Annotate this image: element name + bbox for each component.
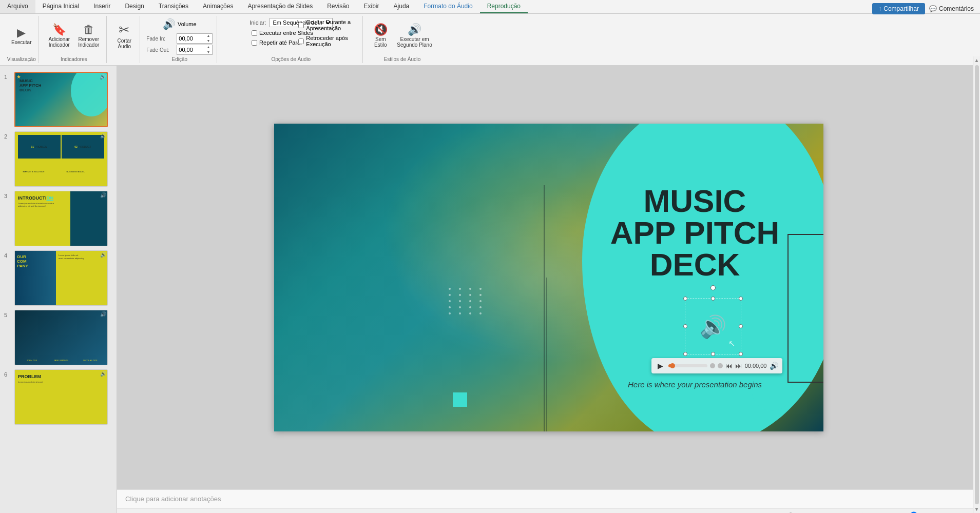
tab-inserir[interactable]: Inserir: [86, 0, 118, 13]
slide-img-4[interactable]: OURCOMPANY Lorem ipsum dolor sitamet con…: [14, 250, 108, 306]
progress-track[interactable]: [668, 364, 707, 367]
fade-in-up[interactable]: ▲: [206, 33, 210, 38]
handle-br[interactable]: [739, 352, 743, 356]
handle-bm[interactable]: [711, 352, 715, 356]
presenter-view-icon[interactable]: 🖥: [874, 511, 881, 514]
adicionar-indicador-icon: 🔖: [52, 23, 66, 36]
ribbon-group-indicadores: 🔖 AdicionarIndicador 🗑 RemoverIndicador …: [41, 16, 107, 63]
main-layout: 1 ★ MUSICAPP PITCHDECK 🔊 2 01 PROBLEM: [0, 66, 980, 513]
checkbox-retroceder[interactable]: Retroceder após Execução: [296, 34, 362, 48]
fade-out-field[interactable]: 00,00 ▲ ▼: [177, 45, 213, 55]
ribbon-group-cortar: ✂ CortarÁudio: [109, 16, 140, 63]
teal-blob-small: [752, 370, 793, 411]
remover-indicador-button[interactable]: 🗑 RemoverIndicador: [75, 21, 102, 50]
slide-corner-icon-6: 🔊: [100, 371, 106, 377]
adicionar-indicador-button[interactable]: 🔖 AdicionarIndicador: [45, 21, 73, 50]
cursor-icon: ↖: [728, 339, 735, 348]
slide-img-1[interactable]: ★ MUSICAPP PITCHDECK 🔊: [14, 72, 108, 127]
share-icon: ↑: [878, 5, 881, 12]
slide-sorter-icon[interactable]: ⊞: [847, 511, 853, 514]
tab-arquivo[interactable]: Arquivo: [0, 0, 35, 13]
rotate-handle[interactable]: [710, 285, 716, 290]
indicadores-label: Indicadores: [61, 56, 87, 62]
slide-corner-icon-5: 🔊: [100, 311, 106, 317]
fade-out-down[interactable]: ▼: [206, 50, 210, 55]
ribbon-group-audio-options: Iniciar: Em Sequência de... Executar ent…: [219, 16, 363, 63]
slide-num-5: 5: [4, 312, 12, 318]
tab-pagina-inicial[interactable]: Página Inicial: [35, 0, 86, 13]
play-button[interactable]: ▶: [656, 361, 666, 371]
forward-button[interactable]: ⏭: [735, 362, 742, 370]
slide-num-2: 2: [4, 133, 12, 140]
tab-design[interactable]: Design: [118, 0, 151, 13]
slide-canvas[interactable]: MUSIC APP PITCH DECK Here is where your …: [274, 124, 823, 431]
slide-title: MUSIC APP PITCH DECK: [592, 185, 798, 281]
audio-element[interactable]: 🔊 ↖: [690, 303, 736, 349]
playbar-circle-2: [718, 363, 723, 368]
ribbon: Arquivo Página Inicial Inserir Design Tr…: [0, 0, 980, 66]
slide-thumb-1[interactable]: 1 ★ MUSICAPP PITCHDECK 🔊: [0, 70, 117, 129]
tab-formato-audio[interactable]: Formato do Áudio: [416, 0, 479, 13]
segundo-plano-icon: 🔊: [408, 23, 421, 36]
slide-thumb-4[interactable]: 4 OURCOMPANY Lorem ipsum dolor sitamet c…: [0, 248, 117, 308]
status-bar: Slide 1 de 43 Espanhol (Espanha) 🗒 Anota…: [117, 508, 980, 513]
zoom-slider[interactable]: [899, 511, 940, 514]
reading-view-icon[interactable]: 📖: [859, 511, 868, 514]
slide-img-3[interactable]: INTRODUCTION Lorem ipsum dolor sit amet …: [14, 191, 108, 246]
notes-area[interactable]: Clique para adicionar anotações: [117, 489, 980, 508]
executar-icon: ▶: [17, 26, 26, 40]
handle-tl[interactable]: [683, 297, 687, 301]
comments-icon: 💬: [929, 5, 937, 12]
remover-indicador-icon: 🗑: [83, 23, 94, 36]
checkbox-ocultar[interactable]: Ocultar Durante a Apresentação: [296, 18, 362, 32]
scrollbar-right[interactable]: ▲ ▼: [973, 56, 980, 513]
fade-out-up[interactable]: ▲: [206, 45, 210, 50]
tab-exibir[interactable]: Exibir: [357, 0, 387, 13]
tab-transicoes[interactable]: Transições: [151, 0, 196, 13]
visualizacao-label: Visualização: [7, 56, 36, 62]
sem-estilo-icon: 🔇: [374, 23, 388, 36]
vertical-line: [544, 185, 545, 431]
sem-estilo-button[interactable]: 🔇 SemEstilo: [369, 21, 392, 50]
slides-panel[interactable]: 1 ★ MUSICAPP PITCHDECK 🔊 2 01 PROBLEM: [0, 66, 117, 513]
back-button[interactable]: ⏮: [725, 362, 733, 370]
notes-icon[interactable]: 🗒: [787, 511, 795, 514]
notes-placeholder: Clique para adicionar anotações: [125, 495, 221, 503]
normal-view-icon[interactable]: ▣: [834, 511, 840, 514]
handle-mr[interactable]: [739, 324, 743, 328]
segundo-plano-button[interactable]: 🔊 Executar emSegundo Plano: [394, 21, 435, 50]
volume-playbar-button[interactable]: 🔊: [770, 362, 778, 370]
handle-ml[interactable]: [683, 324, 687, 328]
audio-playbar[interactable]: ▶ ⏮ ⏭ 00:00,00 🔊: [651, 358, 782, 373]
handle-tr[interactable]: [739, 297, 743, 301]
volume-label: Volume: [178, 21, 197, 27]
ribbon-group-visualizacao: ▶ Executar Visualização: [4, 16, 39, 63]
share-button[interactable]: ↑ Compartilhar: [872, 3, 925, 14]
slide-container[interactable]: MUSIC APP PITCH DECK Here is where your …: [117, 66, 980, 489]
slide-img-6[interactable]: PROBLEM Lorem ipsum dolor sit amet 🔊: [14, 369, 108, 425]
tab-animacoes[interactable]: Animações: [196, 0, 240, 13]
fade-in-down[interactable]: ▼: [206, 38, 210, 44]
handle-bl[interactable]: [683, 352, 687, 356]
slide-thumb-6[interactable]: 6 PROBLEM Lorem ipsum dolor sit amet 🔊: [0, 367, 117, 427]
tab-revisao[interactable]: Revisão: [320, 0, 356, 13]
slide-thumb-3[interactable]: 3 INTRODUCTION Lorem ipsum dolor sit ame…: [0, 189, 117, 248]
cortar-audio-button[interactable]: ✂ CortarÁudio: [113, 20, 136, 51]
slide-img-2[interactable]: 01 PROBLEM 02 PRODUCT 03 MARKET & SOLUTI…: [14, 131, 108, 187]
tab-ajuda[interactable]: Ajuda: [387, 0, 417, 13]
tab-reproducao[interactable]: Reprodução: [480, 0, 528, 13]
ribbon-tabs: Arquivo Página Inicial Inserir Design Tr…: [0, 0, 980, 14]
slide-img-5[interactable]: JOHN DOE JANE WATSON NICOLAS DOE 🔊: [14, 310, 108, 365]
executar-button[interactable]: ▶ Executar: [8, 24, 34, 47]
volume-button[interactable]: 🔊 Volume: [160, 16, 200, 32]
tab-apresentacao[interactable]: Apresentação de Slides: [240, 0, 320, 13]
dots-pattern: [449, 288, 486, 314]
fade-in-field[interactable]: 00,00 ▲ ▼: [177, 33, 213, 44]
ribbon-group-volume-fade: 🔊 Volume Fade In: 00,00 ▲ ▼ Fade: [142, 16, 217, 63]
slide-thumb-2[interactable]: 2 01 PROBLEM 02 PRODUCT 03 MARKET & SOLU…: [0, 129, 117, 189]
progress-thumb[interactable]: [670, 363, 675, 368]
handle-tm[interactable]: [711, 297, 715, 301]
comments-button[interactable]: 💬 Comentários: [929, 5, 974, 12]
slide-corner-icon-4: 🔊: [100, 252, 106, 258]
slide-thumb-5[interactable]: 5 JOHN DOE JANE WATSON NICOLAS DOE 🔊: [0, 308, 117, 367]
